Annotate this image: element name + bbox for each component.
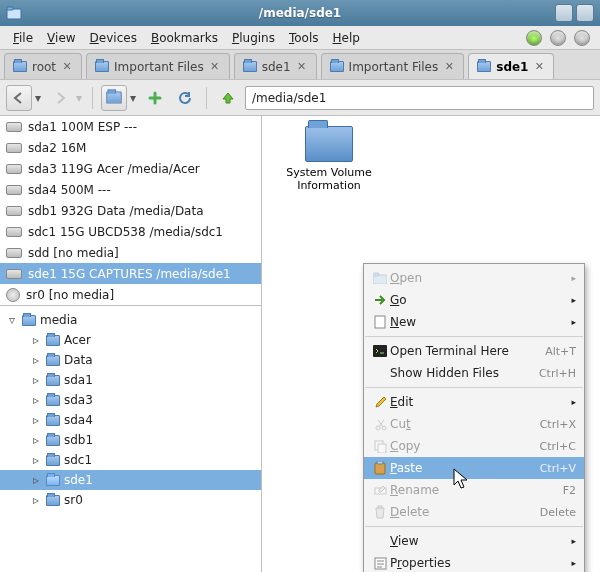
tree-row[interactable]: ▹sda3 — [0, 390, 261, 410]
device-row[interactable]: sda4 500M --- — [0, 179, 261, 200]
tab-sde1-1[interactable]: sde1✕ — [234, 53, 317, 79]
forward-dropdown[interactable]: ▾ — [74, 91, 84, 105]
separator — [365, 387, 583, 388]
app-icon — [6, 5, 22, 21]
device-row[interactable]: sda1 100M ESP --- — [0, 116, 261, 137]
tree-row[interactable]: ▹sdc1 — [0, 450, 261, 470]
back-button[interactable] — [6, 85, 32, 111]
ctx-show-hidden[interactable]: Show Hidden FilesCtrl+H — [364, 362, 584, 384]
ctx-view[interactable]: View▸ — [364, 530, 584, 552]
expand-icon[interactable]: ▹ — [30, 333, 42, 347]
disc-icon — [6, 288, 20, 302]
menu-bookmarks[interactable]: Bookmarks — [144, 28, 225, 48]
menu-plugins[interactable]: Plugins — [225, 28, 282, 48]
svg-rect-10 — [375, 463, 385, 474]
device-row[interactable]: sda3 119G Acer /media/Acer — [0, 158, 261, 179]
tab-important-files-2[interactable]: Important Files✕ — [321, 53, 465, 79]
folder-icon — [46, 375, 60, 386]
expand-icon[interactable]: ▹ — [30, 433, 42, 447]
ctx-properties[interactable]: Properties▸ — [364, 552, 584, 572]
status-led-green — [526, 30, 542, 46]
window-minimize-button[interactable] — [555, 4, 573, 22]
tree-row[interactable]: ▹Acer — [0, 330, 261, 350]
ctx-new[interactable]: New▸ — [364, 311, 584, 333]
expand-icon[interactable]: ▹ — [30, 453, 42, 467]
tree-row[interactable]: ▹Data — [0, 350, 261, 370]
tree-row[interactable]: ▹sda1 — [0, 370, 261, 390]
menu-help[interactable]: Help — [326, 28, 367, 48]
tab-close-icon[interactable]: ✕ — [209, 61, 221, 73]
collapse-icon[interactable]: ▿ — [6, 313, 18, 327]
tab-root[interactable]: root✕ — [4, 53, 82, 79]
file-item[interactable]: System Volume Information — [274, 126, 384, 192]
titlebar: /media/sde1 — [0, 0, 600, 26]
menu-view[interactable]: View — [40, 28, 82, 48]
expand-icon[interactable]: ▹ — [30, 353, 42, 367]
separator — [365, 336, 583, 337]
device-row[interactable]: sde1 15G CAPTURES /media/sde1 — [0, 263, 261, 284]
add-button[interactable] — [142, 85, 168, 111]
expand-icon[interactable]: ▹ — [30, 373, 42, 387]
ctx-go[interactable]: Go▸ — [364, 289, 584, 311]
device-label: sda4 500M --- — [28, 183, 111, 197]
tab-close-icon[interactable]: ✕ — [296, 61, 308, 73]
tree-row[interactable]: ▿media — [0, 310, 261, 330]
svg-rect-13 — [378, 506, 382, 508]
drive-icon — [6, 143, 22, 153]
ctx-paste[interactable]: PasteCtrl+V — [364, 457, 584, 479]
folder-icon — [46, 395, 60, 406]
expand-icon[interactable]: ▹ — [30, 473, 42, 487]
expand-icon[interactable]: ▹ — [30, 393, 42, 407]
tree-row[interactable]: ▹sr0 — [0, 490, 261, 510]
tree-label: sdb1 — [64, 433, 93, 447]
folder-icon — [46, 355, 60, 366]
ctx-edit[interactable]: Edit▸ — [364, 391, 584, 413]
tab-close-icon[interactable]: ✕ — [443, 61, 455, 73]
device-row[interactable]: sdd [no media] — [0, 242, 261, 263]
tree-label: Acer — [64, 333, 91, 347]
expand-icon[interactable]: ▹ — [30, 493, 42, 507]
tree-label: media — [40, 313, 77, 327]
device-row[interactable]: sdb1 932G Data /media/Data — [0, 200, 261, 221]
menu-tools[interactable]: Tools — [282, 28, 326, 48]
arrow-right-icon — [370, 294, 390, 306]
back-dropdown[interactable]: ▾ — [33, 91, 43, 105]
device-label: sdb1 932G Data /media/Data — [28, 204, 204, 218]
folder-icon — [477, 61, 491, 72]
rename-icon — [370, 484, 390, 497]
folder-icon — [46, 335, 60, 346]
ctx-copy: CopyCtrl+C — [364, 435, 584, 457]
tab-important-files-1[interactable]: Important Files✕ — [86, 53, 230, 79]
device-label: sda1 100M ESP --- — [28, 120, 137, 134]
tab-close-icon[interactable]: ✕ — [61, 61, 73, 73]
tree-row[interactable]: ▹sda4 — [0, 410, 261, 430]
status-led-off-1 — [550, 30, 566, 46]
drive-icon — [6, 122, 22, 132]
folder-icon — [95, 61, 109, 72]
folder-icon — [46, 435, 60, 446]
toolbar: ▾ ▾ ▾ /media/sde1 — [0, 80, 600, 116]
home-dropdown[interactable]: ▾ — [128, 91, 138, 105]
menu-devices[interactable]: Devices — [83, 28, 144, 48]
folder-icon — [370, 272, 390, 284]
expand-icon[interactable]: ▹ — [30, 413, 42, 427]
refresh-button[interactable] — [172, 85, 198, 111]
tab-close-icon[interactable]: ✕ — [533, 61, 545, 73]
tree-row[interactable]: ▹sdb1 — [0, 430, 261, 450]
home-button[interactable] — [101, 85, 127, 111]
ctx-cut: CutCtrl+X — [364, 413, 584, 435]
device-row[interactable]: sr0 [no media] — [0, 284, 261, 305]
device-row[interactable]: sda2 16M — [0, 137, 261, 158]
window-maximize-button[interactable] — [576, 4, 594, 22]
tab-sde1-2[interactable]: sde1✕ — [468, 53, 554, 79]
window-title: /media/sde1 — [259, 6, 341, 20]
device-row[interactable]: sdc1 15G UBCD538 /media/sdc1 — [0, 221, 261, 242]
menu-file[interactable]: File — [6, 28, 40, 48]
ctx-open-terminal[interactable]: Open Terminal HereAlt+T — [364, 340, 584, 362]
forward-button[interactable] — [47, 85, 73, 111]
up-button[interactable] — [215, 85, 241, 111]
address-bar[interactable]: /media/sde1 — [245, 86, 594, 110]
properties-icon — [370, 557, 390, 570]
tree-row[interactable]: ▹sde1 — [0, 470, 261, 490]
drive-icon — [6, 185, 22, 195]
